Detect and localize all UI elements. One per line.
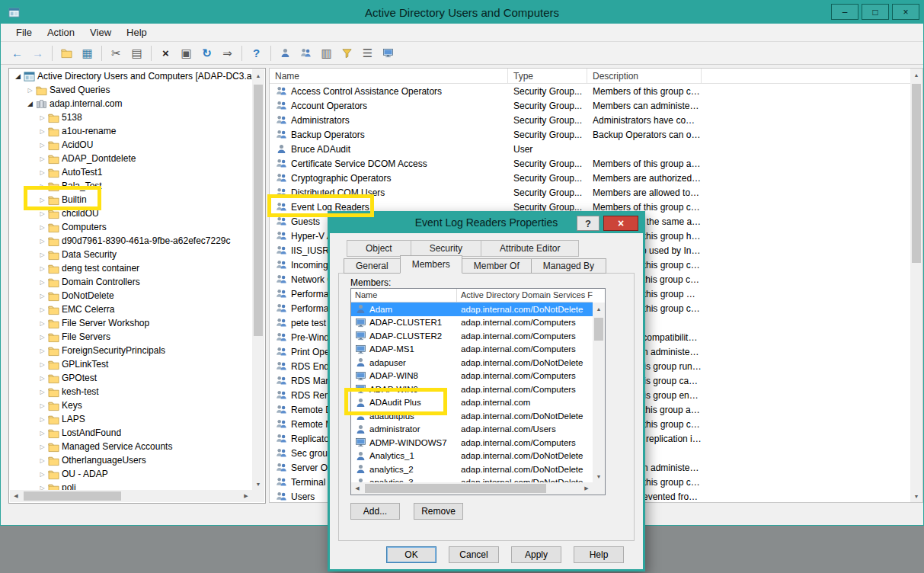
tree-collapsed-arrow-icon[interactable]: ▷ xyxy=(25,87,35,94)
tree-item-kesh-test[interactable]: ▷kesh-test xyxy=(10,385,252,399)
member-row-adap-win8[interactable]: ADAP-WIN8adap.internal.com/Computers xyxy=(351,370,593,383)
delete-icon[interactable]: × xyxy=(156,44,175,62)
refresh-icon[interactable]: ↻ xyxy=(197,44,216,62)
tree-item-laps[interactable]: ▷LAPS xyxy=(10,412,252,426)
list-row-cryptographic-operators[interactable]: Cryptographic OperatorsSecurity Group...… xyxy=(270,171,910,185)
member-row-adam[interactable]: Adamadap.internal.com/DoNotDelete xyxy=(351,303,593,316)
members-horizontal-scrollbar[interactable]: ◀ ▶ xyxy=(351,482,593,495)
tree-collapsed-arrow-icon[interactable]: ▷ xyxy=(37,443,47,450)
column-header-name[interactable]: Name xyxy=(270,69,508,83)
ok-button[interactable]: OK xyxy=(386,546,436,563)
member-row-admp-windows7[interactable]: ADMP-WINDOWS7adap.internal.com/Computers xyxy=(351,436,593,450)
tree-item-file-servers[interactable]: ▷File Servers xyxy=(10,330,252,344)
scroll-up-icon[interactable]: ▲ xyxy=(910,69,922,81)
maximize-button[interactable]: □ xyxy=(862,4,889,20)
tab-general[interactable]: General xyxy=(344,258,401,274)
member-row-adauditplus[interactable]: adauditplusadap.internal.com/DoNotDelete xyxy=(351,409,593,423)
dialog-titlebar[interactable]: Event Log Readers Properties ? × xyxy=(330,213,643,233)
tab-security[interactable]: Security xyxy=(411,240,481,257)
scroll-down-icon[interactable]: ▼ xyxy=(252,478,264,490)
cut-icon[interactable]: ✂ xyxy=(107,44,126,62)
tree-item-d90d7961-8390-461a-9fbe-a62efe[interactable]: ▷d90d7961-8390-461a-9fbe-a62efec7229c xyxy=(10,234,252,248)
tab-attribute-editor[interactable]: Attribute Editor xyxy=(481,240,579,257)
menu-view[interactable]: View xyxy=(82,24,119,41)
tree-collapsed-arrow-icon[interactable]: ▷ xyxy=(37,361,47,368)
tree-collapsed-arrow-icon[interactable]: ▷ xyxy=(37,142,47,149)
column-header-description[interactable]: Description xyxy=(587,69,702,83)
tree-hscroll-thumb[interactable] xyxy=(24,491,121,501)
members-vertical-scrollbar[interactable]: ▲ ▼ xyxy=(593,303,605,482)
list-row-bruce-adaudit[interactable]: Bruce ADAuditUser xyxy=(270,142,910,156)
member-row-administrator[interactable]: administratoradap.internal.com/Users xyxy=(351,423,593,437)
tree-collapsed-arrow-icon[interactable]: ▷ xyxy=(37,457,47,464)
tab-managed-by[interactable]: Managed By xyxy=(531,258,606,274)
tree-collapsed-arrow-icon[interactable]: ▷ xyxy=(37,251,47,258)
scroll-up-icon[interactable]: ▲ xyxy=(593,303,605,315)
tree-item-5138[interactable]: ▷5138 xyxy=(10,110,252,124)
cancel-button[interactable]: Cancel xyxy=(449,546,499,563)
list-row-distributed-com-users[interactable]: Distributed COM UsersSecurity Group...Me… xyxy=(270,185,910,200)
member-row-adap-ms1[interactable]: ADAP-MS1adap.internal.com/Computers xyxy=(351,343,593,357)
tree-vertical-scrollbar[interactable]: ▲ ▼ xyxy=(252,69,264,490)
tree-collapsed-arrow-icon[interactable]: ▷ xyxy=(37,430,47,437)
tab-member-of[interactable]: Member Of xyxy=(462,258,532,274)
tree-collapsed-arrow-icon[interactable]: ▷ xyxy=(37,238,47,245)
member-row-analytics-1[interactable]: Analytics_1adap.internal.com/DoNotDelete xyxy=(351,450,593,463)
member-row-adap-cluster2[interactable]: ADAP-CLUSTER2adap.internal.com/Computers xyxy=(351,329,593,343)
list-row-certificate-service-dcom-acces[interactable]: Certificate Service DCOM AccessSecurity … xyxy=(270,156,910,171)
create-group-icon[interactable] xyxy=(296,44,315,62)
scroll-right-icon[interactable]: ▶ xyxy=(580,482,593,495)
scroll-up-icon[interactable]: ▲ xyxy=(252,69,264,82)
member-row-analytics-2[interactable]: analytics_2adap.internal.com/DoNotDelete xyxy=(351,463,593,476)
help-button[interactable]: Help xyxy=(574,546,624,563)
member-row-adap-win9[interactable]: ADAP-WIN9adap.internal.com/Computers xyxy=(351,383,593,396)
tree-collapsed-arrow-icon[interactable]: ▷ xyxy=(37,224,47,231)
forward-icon[interactable]: → xyxy=(28,44,47,62)
properties-icon[interactable]: ▣ xyxy=(177,44,196,62)
filter-icon[interactable] xyxy=(337,44,356,62)
tree-item-gplinktest[interactable]: ▷GPLinkTest xyxy=(10,357,252,371)
tree-item-gpotest[interactable]: ▷GPOtest xyxy=(10,371,252,385)
tree-item-builtin[interactable]: ▷Builtin xyxy=(10,193,252,206)
tree-item-keys[interactable]: ▷Keys xyxy=(10,399,252,412)
tree-collapsed-arrow-icon[interactable]: ▷ xyxy=(37,306,47,313)
show-console-tree-icon[interactable]: ▦ xyxy=(78,44,97,62)
tree-item-poli[interactable]: ▷poli xyxy=(10,481,252,490)
back-icon[interactable]: ← xyxy=(8,44,27,62)
member-row-analytics-3[interactable]: analytics_3adap.internal.com/DoNotDelete xyxy=(351,476,593,483)
create-user-icon[interactable] xyxy=(276,44,295,62)
tree-collapsed-arrow-icon[interactable]: ▷ xyxy=(37,402,47,409)
tree-collapsed-arrow-icon[interactable]: ▷ xyxy=(37,334,47,341)
members-vscroll-thumb[interactable] xyxy=(594,318,603,341)
tree-collapsed-arrow-icon[interactable]: ▷ xyxy=(37,293,47,299)
remove-button[interactable]: Remove xyxy=(414,503,463,520)
tree-collapsed-arrow-icon[interactable]: ▷ xyxy=(37,155,47,162)
tree-item-donotdelete[interactable]: ▷DoNotDelete xyxy=(10,289,252,303)
tree-item-saved-queries[interactable]: ▷Saved Queries xyxy=(10,83,252,97)
menu-file[interactable]: File xyxy=(8,24,40,41)
tree-collapsed-arrow-icon[interactable]: ▷ xyxy=(37,128,47,135)
tree-item-adap-dontdelete[interactable]: ▷ADAP_Dontdelete xyxy=(10,152,252,165)
tree-horizontal-scrollbar[interactable]: ◀ ▶ xyxy=(10,490,252,502)
member-row-adapuser[interactable]: adapuseradap.internal.com/DoNotDelete xyxy=(351,356,593,370)
list-vertical-scrollbar[interactable]: ▲ ▼ xyxy=(910,69,922,502)
tree-item-data-security[interactable]: ▷Data Security xyxy=(10,248,252,261)
tree-collapsed-arrow-icon[interactable]: ▷ xyxy=(37,375,47,382)
tree-item-autotest1[interactable]: ▷AutoTest1 xyxy=(10,165,252,179)
managed-computer-icon[interactable] xyxy=(379,44,398,62)
tree-item-foreignsecurityprincipals[interactable]: ▷ForeignSecurityPrincipals xyxy=(10,344,252,357)
tree-item-otherlanguageusers[interactable]: ▷OtherlanguageUsers xyxy=(10,453,252,467)
list-vscroll-thumb[interactable] xyxy=(912,84,921,263)
tree-item-a1ou-rename[interactable]: ▷a1ou-rename xyxy=(10,124,252,138)
tree-collapsed-arrow-icon[interactable]: ▷ xyxy=(37,183,47,190)
tab-object[interactable]: Object xyxy=(347,240,411,257)
view-options-icon[interactable]: ☰ xyxy=(358,44,377,62)
list-row-access-control-assistance-oper[interactable]: Access Control Assistance OperatorsSecur… xyxy=(270,84,910,98)
tree-collapsed-arrow-icon[interactable]: ▷ xyxy=(37,197,47,203)
dialog-help-icon[interactable]: ? xyxy=(577,216,599,231)
add-button[interactable]: Add... xyxy=(350,503,400,520)
tree-collapsed-arrow-icon[interactable]: ▷ xyxy=(37,114,47,121)
member-row-adaudit-plus[interactable]: ADAudit Plusadap.internal.com xyxy=(351,396,593,410)
tree-collapsed-arrow-icon[interactable]: ▷ xyxy=(37,320,47,327)
scroll-down-icon[interactable]: ▼ xyxy=(593,470,605,482)
